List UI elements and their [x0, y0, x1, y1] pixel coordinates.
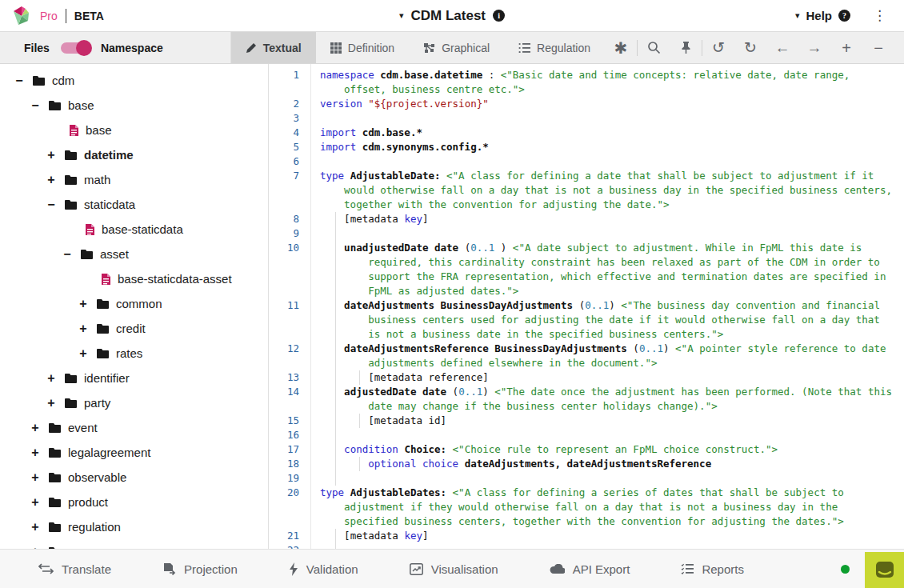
expand-icon[interactable]: + — [43, 371, 59, 386]
tree-item-rates[interactable]: +rates — [0, 341, 268, 366]
model-title[interactable]: CDM Latest — [411, 8, 486, 24]
files-label[interactable]: Files — [24, 42, 50, 54]
tree-item-base[interactable]: −base — [0, 93, 268, 118]
code-line-12[interactable]: 12dateAdjustmentsReference BusinessDayAd… — [269, 342, 904, 370]
collapse-icon[interactable]: − — [59, 247, 75, 262]
tree-item-event[interactable]: +event — [0, 415, 268, 440]
code-line-9[interactable]: 9 — [269, 226, 904, 241]
tree-item-staticdata[interactable]: −staticdata — [0, 192, 268, 217]
arrow-left-button[interactable]: ← — [766, 32, 798, 64]
arrow-right-button[interactable]: → — [798, 32, 830, 64]
tree-item-cdm[interactable]: −cdm — [0, 68, 268, 93]
bottom-item-translate[interactable]: Translate — [38, 562, 111, 576]
redo-button[interactable]: ↻ — [734, 32, 766, 64]
expand-icon[interactable]: + — [27, 446, 43, 460]
indent-guide — [335, 457, 336, 471]
help-menu[interactable]: Help — [806, 9, 832, 22]
tab-graphical[interactable]: Graphical — [409, 32, 504, 63]
code-line-5[interactable]: 5import cdm.synonyms.config.* — [269, 140, 904, 154]
question-icon[interactable]: ? — [838, 10, 850, 22]
code-line-7[interactable]: 7type AdjustableDate: <"A class for defi… — [269, 169, 904, 212]
tree-item-product[interactable]: +product — [0, 490, 268, 514]
tree-item-clipped[interactable]: + — [0, 539, 268, 549]
bottom-item-validation[interactable]: Validation — [289, 562, 358, 576]
code-line-8[interactable]: 8[metadata key] — [269, 212, 904, 226]
model-caret-down-icon[interactable]: ▾ — [399, 10, 404, 21]
tree-item-identifier[interactable]: +identifier — [0, 366, 268, 390]
help-caret-down-icon[interactable]: ▾ — [795, 10, 800, 21]
tree-item-observable[interactable]: +observable — [0, 465, 268, 490]
collapse-icon[interactable]: − — [27, 98, 43, 113]
code-line-11[interactable]: 11dateAdjustments BusinessDayAdjustments… — [269, 298, 904, 342]
tree-item-label: legalagreement — [68, 446, 150, 459]
collapse-icon[interactable]: − — [11, 74, 27, 88]
tree-item-base[interactable]: base — [0, 118, 268, 142]
arrow-left-icon: ← — [775, 40, 790, 55]
expand-icon[interactable]: + — [43, 396, 59, 410]
code-line-18[interactable]: 18optional choice dateAdjustments, dateA… — [269, 457, 904, 471]
expand-icon[interactable]: + — [27, 470, 43, 485]
code-line-1[interactable]: 1namespace cdm.base.datetime : <"Basic d… — [269, 68, 904, 97]
chat-widget-button[interactable] — [865, 552, 904, 588]
code-line-21[interactable]: 21[metadata key] — [269, 529, 904, 543]
code-line-22[interactable]: 22 — [269, 543, 904, 549]
expand-icon[interactable]: + — [75, 322, 91, 336]
indent-guide — [335, 385, 336, 414]
tree-item-common[interactable]: +common — [0, 291, 268, 316]
expand-icon[interactable]: + — [43, 173, 59, 187]
code-line-2[interactable]: 2version "${project.version}" — [269, 97, 904, 111]
tree-item-datetime[interactable]: +datetime — [0, 142, 268, 167]
code-line-4[interactable]: 4import cdm.base.* — [269, 126, 904, 140]
code-line-3[interactable]: 3 — [269, 111, 904, 126]
plus-button[interactable]: + — [830, 32, 862, 64]
namespace-label[interactable]: Namespace — [101, 42, 163, 54]
code-line-14[interactable]: 14adjustedDate date (0..1) <"The date on… — [269, 385, 904, 414]
code-text: import cdm.synonyms.config.* — [310, 140, 904, 154]
code-line-17[interactable]: 17condition Choice: <"Choice rule to rep… — [269, 442, 904, 457]
minus-button[interactable]: − — [862, 32, 894, 64]
expand-icon[interactable]: + — [43, 148, 59, 162]
expand-icon[interactable]: + — [27, 520, 43, 534]
code-line-16[interactable]: 16 — [269, 428, 904, 442]
asterisk-button[interactable]: ✱ — [605, 32, 637, 64]
tree-item-label: observable — [68, 470, 126, 484]
bottom-item-projection[interactable]: Projection — [162, 562, 238, 576]
info-icon[interactable]: i — [493, 10, 505, 22]
bottom-item-visualisation[interactable]: Visualisation — [410, 562, 498, 576]
code-editor[interactable]: 1namespace cdm.base.datetime : <"Basic d… — [269, 64, 904, 549]
search-button[interactable] — [638, 32, 670, 64]
bottom-item-api-export[interactable]: API Export — [550, 562, 630, 576]
line-number: 1 — [269, 68, 310, 97]
code-line-10[interactable]: 10unadjustedDate date (0..1 ) <"A date s… — [269, 241, 904, 298]
expand-icon[interactable]: + — [75, 346, 91, 361]
tree-item-base-staticdata-asset[interactable]: base-staticdata-asset — [0, 266, 268, 291]
expand-icon[interactable]: + — [27, 495, 43, 510]
tab-regulation[interactable]: Regulation — [504, 32, 605, 63]
code-line-20[interactable]: 20type AdjustableDates: <"A class for de… — [269, 486, 904, 529]
bottom-item-reports[interactable]: Reports — [681, 562, 744, 576]
rosetta-logo-icon[interactable] — [11, 6, 32, 26]
code-line-15[interactable]: 15[metadata id] — [269, 414, 904, 428]
expand-icon[interactable]: + — [75, 297, 91, 311]
code-line-6[interactable]: 6 — [269, 154, 904, 169]
tree-item-label: staticdata — [84, 198, 135, 211]
tree-item-credit[interactable]: +credit — [0, 316, 268, 341]
expand-icon[interactable]: + — [27, 421, 43, 435]
tree-item-math[interactable]: +math — [0, 167, 268, 192]
code-line-19[interactable]: 19 — [269, 471, 904, 486]
files-namespace-switch[interactable] — [61, 42, 90, 54]
collapse-icon[interactable]: − — [43, 198, 59, 212]
line-number: 2 — [269, 97, 310, 111]
kebab-menu-icon[interactable]: ⋮ — [868, 7, 891, 24]
pin-button[interactable] — [670, 32, 702, 64]
graph-nodes-icon — [423, 42, 435, 54]
tab-textual[interactable]: Textual — [231, 32, 316, 63]
undo-button[interactable]: ↺ — [702, 32, 734, 64]
tree-item-base-staticdata[interactable]: base-staticdata — [0, 217, 268, 242]
tree-item-regulation[interactable]: +regulation — [0, 514, 268, 539]
tree-item-legalagreement[interactable]: +legalagreement — [0, 440, 268, 465]
tree-item-party[interactable]: +party — [0, 390, 268, 415]
tab-definition[interactable]: Definition — [316, 32, 409, 63]
tree-item-asset[interactable]: −asset — [0, 242, 268, 266]
code-line-13[interactable]: 13[metadata reference] — [269, 370, 904, 385]
